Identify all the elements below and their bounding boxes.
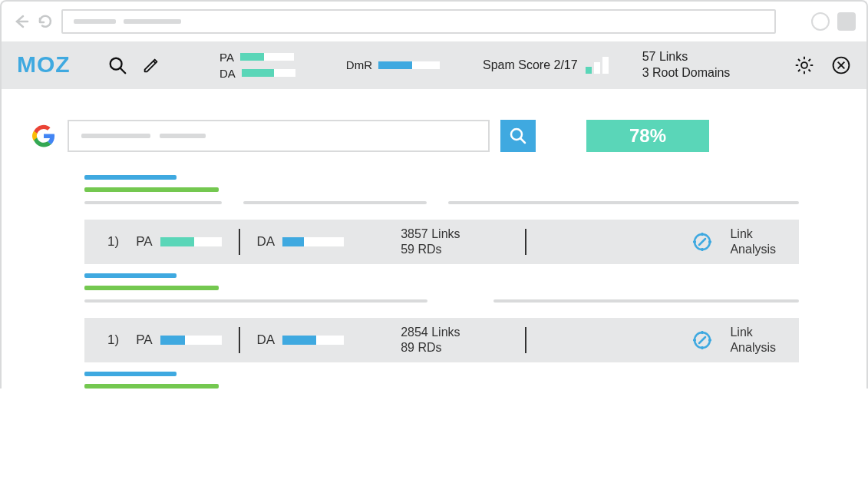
svg-text:MOZ: MOZ (17, 52, 71, 77)
window-control-square[interactable] (837, 12, 856, 31)
divider (239, 327, 240, 353)
result-da-label: DA (257, 332, 276, 348)
result-group: 1) PA DA 2854 Links 89 RDs (84, 273, 799, 362)
close-icon[interactable] (831, 55, 851, 75)
result-title-placeholder (84, 372, 177, 376)
moz-toolbar: MOZ PA DA DmR Spam Score 2/17 (2, 41, 866, 89)
svg-line-10 (798, 59, 800, 61)
moz-logo: MOZ (17, 52, 94, 78)
link-analysis-icon[interactable] (691, 329, 713, 351)
result-da-label: DA (257, 234, 276, 250)
result-metrics-bar: 1) PA DA 3857 Links 59 RDs (84, 220, 799, 264)
links-summary: 57 Links 3 Root Domains (642, 49, 731, 81)
result-url-placeholder (84, 187, 219, 192)
reload-icon[interactable] (37, 13, 54, 30)
snippet-placeholder (448, 201, 799, 204)
pa-bar (240, 53, 294, 61)
spam-score-label: Spam Score 2/17 (483, 58, 578, 72)
window-control-circle[interactable] (811, 12, 830, 31)
result-group: 1) PA DA 3857 Links 59 RDs (84, 175, 799, 264)
snippet-placeholder (493, 299, 799, 303)
result-pa-label: PA (136, 234, 152, 250)
result-da-bar (282, 336, 344, 345)
search-icon[interactable] (107, 55, 127, 75)
snippet-placeholder (84, 201, 222, 204)
svg-line-13 (809, 59, 810, 61)
dmr-label: DmR (346, 58, 372, 71)
result-url-placeholder (84, 384, 219, 389)
snippet-placeholder (243, 201, 427, 204)
divider (239, 229, 240, 255)
snippet-placeholder (84, 299, 427, 303)
placeholder-line (124, 19, 181, 24)
address-bar[interactable] (61, 9, 776, 34)
link-analysis-icon[interactable] (691, 231, 713, 253)
root-domains-count: 3 Root Domains (642, 65, 731, 81)
page-content: 78% 1) PA (2, 89, 866, 389)
browser-chrome: MOZ PA DA DmR Spam Score 2/17 (0, 0, 868, 389)
result-da-bar (282, 237, 344, 246)
google-logo-icon (32, 124, 55, 147)
divider (525, 327, 526, 353)
result-link-stats: 3857 Links 59 RDs (401, 227, 508, 256)
result-link-stats: 2854 Links 89 RDs (401, 325, 508, 354)
placeholder-line (81, 134, 150, 138)
gear-icon[interactable] (794, 55, 814, 75)
result-pa-bar (160, 237, 222, 246)
svg-line-4 (153, 61, 156, 63)
pa-da-metrics: PA DA (219, 51, 295, 80)
result-url-placeholder (84, 286, 219, 290)
results-list: 1) PA DA 3857 Links 59 RDs (2, 152, 866, 389)
svg-line-18 (520, 138, 525, 143)
svg-line-3 (120, 68, 126, 74)
search-row: 78% (2, 120, 866, 152)
google-search-button[interactable] (500, 120, 536, 152)
back-arrow-icon[interactable] (12, 13, 29, 30)
svg-point-5 (801, 62, 807, 68)
result-pa-bar (160, 336, 222, 345)
google-search-input[interactable] (68, 120, 490, 152)
placeholder-line (74, 19, 116, 24)
result-index: 1) (107, 234, 119, 250)
result-metrics-bar: 1) PA DA 2854 Links 89 RDs (84, 318, 799, 362)
spam-bars-icon (586, 57, 609, 74)
da-label: DA (219, 67, 236, 80)
spam-score: Spam Score 2/17 (483, 57, 609, 74)
placeholder-line (160, 134, 206, 138)
svg-line-11 (809, 69, 810, 71)
result-group-partial (84, 372, 799, 389)
divider (525, 229, 526, 255)
pencil-icon[interactable] (141, 55, 161, 75)
svg-line-12 (798, 69, 800, 71)
svg-line-30 (699, 337, 705, 343)
da-bar (242, 69, 295, 77)
result-title-placeholder (84, 273, 177, 278)
percent-badge: 78% (586, 120, 709, 152)
links-count: 57 Links (642, 49, 731, 65)
dmr-metric: DmR (346, 58, 440, 71)
link-analysis-label[interactable]: Link Analysis (730, 227, 776, 256)
dmr-bar (378, 61, 440, 69)
pa-label: PA (219, 51, 234, 64)
link-analysis-label[interactable]: Link Analysis (730, 325, 776, 354)
result-pa-label: PA (136, 332, 152, 348)
result-index: 1) (107, 332, 119, 348)
browser-top-bar (2, 2, 866, 41)
result-title-placeholder (84, 175, 177, 180)
svg-line-24 (699, 239, 705, 245)
